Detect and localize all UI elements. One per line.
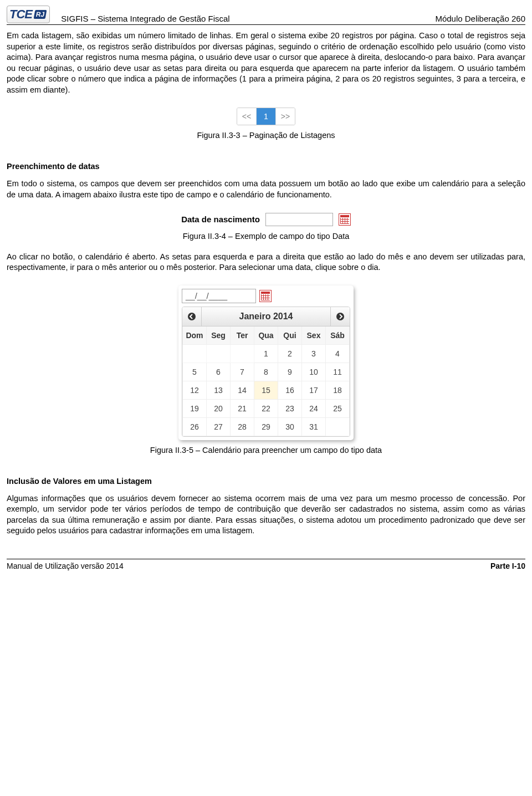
pagination-prev[interactable]: <<: [237, 108, 256, 125]
calendar-input[interactable]: __/__/____: [182, 289, 256, 303]
calendar-day[interactable]: 25: [326, 399, 350, 417]
calendar-weekday-row: Dom Seg Ter Qua Qui Sex Sáb: [183, 326, 350, 345]
calendar-empty: [183, 344, 207, 363]
weekday: Dom: [183, 326, 207, 345]
calendar-paragraph: Ao clicar no botão, o calendário é abert…: [7, 252, 525, 273]
logo: TCE RJ: [7, 6, 50, 23]
pagination-figure: << 1 >>: [7, 108, 525, 125]
weekday: Sex: [302, 326, 326, 345]
calendar-day[interactable]: 27: [207, 417, 231, 436]
date-field-label: Data de nascimento: [181, 215, 260, 224]
weekday: Ter: [231, 326, 254, 345]
calendar-day[interactable]: 1: [254, 344, 278, 363]
calendar-row: 12131415161718: [183, 381, 350, 399]
calendar-row: 567891011: [183, 363, 350, 381]
calendar-day[interactable]: 4: [326, 344, 350, 363]
calendar-figure: __/__/____ Janeiro 2014 Dom Seg: [7, 285, 525, 440]
page-header: TCE RJ SIGFIS – Sistema Integrado de Ges…: [7, 6, 525, 25]
calendar-day[interactable]: 10: [302, 363, 326, 381]
calendar-day[interactable]: 7: [231, 363, 254, 381]
calendar-icon[interactable]: [339, 213, 351, 226]
calendar-prev-month[interactable]: [182, 307, 202, 326]
calendar-day[interactable]: 18: [326, 381, 350, 399]
footer-left: Manual de Utilização versão 2014: [7, 562, 124, 570]
calendar-day[interactable]: 21: [231, 399, 254, 417]
calendar-day[interactable]: 6: [207, 363, 231, 381]
dates-paragraph: Em todo o sistema, os campos que devem s…: [7, 178, 525, 200]
calendar-day[interactable]: 26: [183, 417, 207, 436]
calendar-day[interactable]: 9: [278, 363, 302, 381]
logo-badge: RJ: [34, 10, 47, 19]
calendar-day[interactable]: 23: [278, 399, 302, 417]
calendar-empty: [326, 417, 350, 436]
calendar-day[interactable]: 30: [278, 417, 302, 436]
calendar-grid: Dom Seg Ter Qua Qui Sex Sáb 123456789101…: [182, 326, 350, 436]
calendar-row: 1234: [183, 344, 350, 363]
calendar-day[interactable]: 22: [254, 399, 278, 417]
calendar-open-icon[interactable]: [259, 290, 272, 302]
weekday: Sáb: [326, 326, 350, 345]
calendar-day[interactable]: 2: [278, 344, 302, 363]
date-field-caption: Figura II.3-4 – Exemplo de campo do tipo…: [7, 232, 525, 241]
calendar-day[interactable]: 15: [254, 381, 278, 399]
calendar-day[interactable]: 20: [207, 399, 231, 417]
calendar-day[interactable]: 5: [183, 363, 207, 381]
calendar-day[interactable]: 11: [326, 363, 350, 381]
weekday: Qua: [254, 326, 278, 345]
list-values-heading: Inclusão de Valores em uma Listagem: [7, 477, 525, 486]
system-title: SIGFIS – Sistema Integrado de Gestão Fis…: [61, 14, 229, 23]
calendar-day[interactable]: 17: [302, 381, 326, 399]
weekday: Seg: [207, 326, 231, 345]
calendar-day[interactable]: 14: [231, 381, 254, 399]
intro-paragraph: Em cada listagem, são exibidas um número…: [7, 30, 525, 95]
calendar-body: 1234567891011121314151617181920212223242…: [183, 344, 350, 436]
calendar-day[interactable]: 19: [183, 399, 207, 417]
calendar-day[interactable]: 12: [183, 381, 207, 399]
page-footer: Manual de Utilização versão 2014 Parte I…: [7, 559, 525, 570]
calendar-row: 19202122232425: [183, 399, 350, 417]
calendar-day[interactable]: 13: [207, 381, 231, 399]
weekday: Qui: [278, 326, 302, 345]
list-values-paragraph: Algumas informações que os usuários deve…: [7, 493, 525, 537]
date-field-figure: Data de nascimento: [7, 213, 525, 226]
calendar-day[interactable]: 29: [254, 417, 278, 436]
logo-text: TCE: [9, 7, 32, 22]
calendar-day[interactable]: 31: [302, 417, 326, 436]
calendar-caption: Figura II.3-5 – Calendário para preenche…: [7, 446, 525, 455]
svg-point-0: [188, 313, 196, 320]
pagination-widget: << 1 >>: [237, 108, 295, 125]
calendar-empty: [231, 344, 254, 363]
calendar-next-month[interactable]: [330, 307, 350, 326]
calendar-empty: [207, 344, 231, 363]
calendar-day[interactable]: 8: [254, 363, 278, 381]
calendar-row: 262728293031: [183, 417, 350, 436]
svg-point-1: [336, 313, 344, 320]
footer-right: Parte I-10: [490, 562, 525, 570]
calendar-title: Janeiro 2014: [202, 312, 330, 322]
calendar-widget: Janeiro 2014 Dom Seg Ter Qua Qui Sex Sáb: [182, 307, 350, 437]
date-input[interactable]: [265, 213, 333, 226]
calendar-day[interactable]: 3: [302, 344, 326, 363]
dates-heading: Preenchimento de datas: [7, 162, 525, 171]
calendar-day[interactable]: 24: [302, 399, 326, 417]
pagination-caption: Figura II.3-3 – Paginação de Listagens: [7, 131, 525, 140]
module-title: Módulo Deliberação 260: [435, 14, 525, 23]
calendar-day[interactable]: 28: [231, 417, 254, 436]
pagination-page-1[interactable]: 1: [256, 108, 275, 125]
calendar-day[interactable]: 16: [278, 381, 302, 399]
pagination-next[interactable]: >>: [275, 108, 295, 125]
